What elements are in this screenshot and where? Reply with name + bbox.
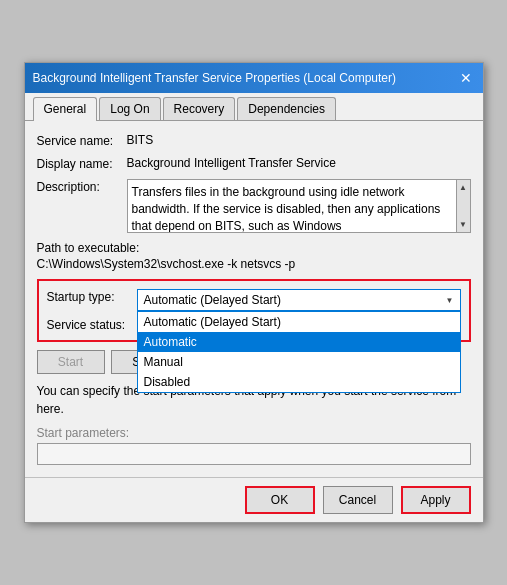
scroll-down-icon[interactable]: ▼ (459, 219, 467, 230)
description-row: Description: Transfers files in the back… (37, 179, 471, 233)
start-params-row: Start parameters: (37, 426, 471, 465)
path-row: Path to executable: C:\Windows\System32\… (37, 241, 471, 271)
dropdown-selected-item[interactable]: Automatic (Delayed Start) ▼ (137, 289, 461, 311)
startup-type-row: Startup type: Automatic (Delayed Start) … (47, 289, 461, 311)
title-bar: Background Intelligent Transfer Service … (25, 63, 483, 93)
dropdown-item-3[interactable]: Disabled (138, 372, 460, 392)
dropdown-selected-text: Automatic (Delayed Start) (144, 293, 281, 307)
ok-button[interactable]: OK (245, 486, 315, 514)
dropdown-item-2[interactable]: Manual (138, 352, 460, 372)
startup-type-dropdown[interactable]: Automatic (Delayed Start) ▼ Automatic (D… (137, 289, 461, 311)
service-status-label: Service status: (47, 317, 137, 332)
apply-button[interactable]: Apply (401, 486, 471, 514)
start-params-input[interactable] (37, 443, 471, 465)
description-label: Description: (37, 179, 127, 194)
dialog-content: Service name: BITS Display name: Backgro… (25, 121, 483, 477)
tab-recovery[interactable]: Recovery (163, 97, 236, 120)
service-name-value: BITS (127, 133, 471, 147)
dialog-window: Background Intelligent Transfer Service … (24, 62, 484, 523)
cancel-button[interactable]: Cancel (323, 486, 393, 514)
start-params-label: Start parameters: (37, 426, 471, 440)
description-scrollbar: ▲ ▼ (456, 180, 470, 232)
close-button[interactable]: ✕ (457, 69, 475, 87)
tab-general[interactable]: General (33, 97, 98, 121)
display-name-label: Display name: (37, 156, 127, 171)
display-name-value: Background Intelligent Transfer Service (127, 156, 471, 170)
path-value: C:\Windows\System32\svchost.exe -k netsv… (37, 257, 471, 271)
tab-bar: General Log On Recovery Dependencies (25, 93, 483, 121)
dialog-footer: OK Cancel Apply (25, 477, 483, 522)
window-title: Background Intelligent Transfer Service … (33, 71, 397, 85)
service-name-label: Service name: (37, 133, 127, 148)
dropdown-item-0[interactable]: Automatic (Delayed Start) (138, 312, 460, 332)
description-text: Transfers files in the background using … (132, 184, 466, 233)
dropdown-arrow-icon: ▼ (446, 296, 454, 305)
start-button[interactable]: Start (37, 350, 105, 374)
dropdown-item-1[interactable]: Automatic (138, 332, 460, 352)
path-label: Path to executable: (37, 241, 471, 255)
startup-box: Startup type: Automatic (Delayed Start) … (37, 279, 471, 342)
tab-logon[interactable]: Log On (99, 97, 160, 120)
scroll-up-icon[interactable]: ▲ (459, 182, 467, 193)
description-box: Transfers files in the background using … (127, 179, 471, 233)
startup-type-label: Startup type: (47, 289, 137, 304)
tab-dependencies[interactable]: Dependencies (237, 97, 336, 120)
service-name-row: Service name: BITS (37, 133, 471, 148)
display-name-row: Display name: Background Intelligent Tra… (37, 156, 471, 171)
dropdown-list: Automatic (Delayed Start) Automatic Manu… (137, 311, 461, 393)
